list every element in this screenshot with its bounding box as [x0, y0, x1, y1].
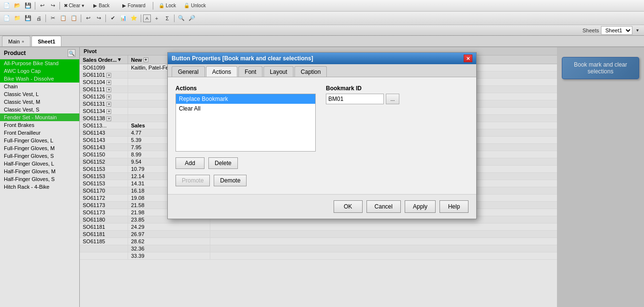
tb2-btn13[interactable]: A	[143, 14, 151, 22]
unlock-btn[interactable]: 🔓 Unlock	[180, 1, 209, 11]
sheets-bar: Sheets Sheet1 ▾	[0, 25, 644, 36]
dialog-main-row: Actions Replace Bookmark Clear All B	[176, 85, 468, 152]
dialog-title: Button Properties [Book mark and clear s…	[172, 55, 313, 62]
tab-main[interactable]: Main ●	[2, 36, 30, 46]
tb2-btn2[interactable]: 📁	[13, 14, 22, 23]
main-tab-bar: Main ● Sheet1	[0, 36, 644, 47]
dialog-tab-layout[interactable]: Layout	[263, 66, 293, 77]
bookmark-section: Bookmark ID ...	[326, 85, 468, 152]
tb2-btn9[interactable]: ↪	[94, 14, 103, 23]
dialog-tab-font[interactable]: Font	[238, 66, 263, 77]
tb2-btn10[interactable]: ✔	[108, 14, 117, 23]
tb2-btn16[interactable]: 🔍	[176, 14, 186, 23]
bookmark-input-row: ...	[326, 94, 468, 104]
promote-demote-row: Promote Demote	[176, 175, 468, 186]
promote-button[interactable]: Promote	[176, 175, 210, 186]
actions-item-1[interactable]: Clear All	[176, 104, 315, 113]
tb2-btn15[interactable]: Σ	[162, 14, 172, 23]
tab-main-dot: ●	[22, 39, 24, 44]
apply-button[interactable]: Apply	[405, 200, 436, 213]
main-area: Product 🔍 All-Purpose Bike Stand AWC Log…	[0, 47, 644, 307]
delete-button[interactable]: Delete	[208, 157, 238, 169]
sheets-nav-btn[interactable]: ▾	[632, 26, 642, 35]
tb2-btn7[interactable]: 📋	[69, 14, 79, 23]
undo-btn[interactable]: ↩	[37, 1, 47, 11]
bookmark-id-label: Bookmark ID	[326, 85, 468, 92]
dialog-title-bar: Button Properties [Book mark and clear s…	[168, 53, 476, 64]
sep7	[141, 14, 141, 22]
action-buttons-row: Add Delete	[176, 157, 468, 169]
new-btn[interactable]: 📄	[2, 1, 12, 11]
tb2-btn3[interactable]: 💾	[23, 14, 33, 23]
tb2-btn11[interactable]: 📊	[118, 14, 128, 23]
tb2-btn5[interactable]: ✂	[48, 14, 58, 23]
dialog-window: Button Properties [Book mark and clear s…	[167, 52, 477, 219]
cancel-button[interactable]: Cancel	[366, 200, 401, 213]
tb2-btn8[interactable]: ↩	[83, 14, 93, 23]
tb2-btn12[interactable]: ⭐	[129, 14, 139, 23]
tab-sheet1[interactable]: Sheet1	[31, 36, 61, 46]
sep2	[59, 2, 60, 10]
tb2-btn4[interactable]: 🖨	[34, 14, 44, 23]
toolbar-row-1: 📄 📂 💾 ↩ ↪ ✖ Clear ▾ ▶ Back ▶ Forward 🔒 L…	[0, 0, 644, 12]
sheets-label: Sheets	[583, 28, 599, 33]
ok-button[interactable]: OK	[334, 200, 363, 213]
back-btn[interactable]: ▶ Back	[87, 1, 116, 11]
tb2-btn1[interactable]: 📄	[2, 14, 12, 23]
dialog-tab-caption[interactable]: Caption	[294, 66, 327, 77]
sep1	[35, 2, 35, 10]
tb2-btn17[interactable]: 🔎	[187, 14, 197, 23]
help-button[interactable]: Help	[439, 200, 468, 213]
demote-button[interactable]: Demote	[214, 175, 247, 186]
sep5	[81, 14, 81, 22]
open-btn[interactable]: 📂	[13, 1, 22, 11]
dialog-tab-bar: General Actions Font Layout Caption	[168, 64, 476, 77]
sep6	[105, 14, 106, 22]
dialog-tab-actions[interactable]: Actions	[206, 66, 237, 77]
actions-label: Actions	[176, 85, 318, 92]
actions-section: Actions Replace Bookmark Clear All	[176, 85, 318, 152]
tb2-btn14[interactable]: +	[152, 14, 161, 23]
dialog-footer: OK Cancel Apply Help	[168, 194, 476, 219]
lock-btn[interactable]: 🔒 Lock	[155, 1, 179, 11]
tb2-btn6[interactable]: 📋	[59, 14, 68, 23]
dialog-tab-general[interactable]: General	[172, 66, 205, 77]
dialog-content: Actions Replace Bookmark Clear All B	[168, 77, 476, 194]
bookmark-id-input[interactable]	[326, 94, 384, 104]
actions-list[interactable]: Replace Bookmark Clear All	[176, 94, 316, 152]
actions-item-0[interactable]: Replace Bookmark	[176, 94, 315, 104]
save-btn[interactable]: 💾	[23, 1, 33, 11]
sep4	[45, 14, 46, 22]
bookmark-browse-button[interactable]: ...	[386, 94, 399, 104]
sep3	[153, 2, 153, 10]
clear-btn[interactable]: ✖ Clear ▾	[62, 1, 86, 11]
redo-btn[interactable]: ↪	[48, 1, 58, 11]
add-button[interactable]: Add	[176, 157, 205, 169]
sheets-dropdown[interactable]: Sheet1	[601, 26, 632, 35]
sep8	[174, 14, 175, 22]
forward-btn[interactable]: ▶ Forward	[117, 1, 151, 11]
dialog-close-button[interactable]: ✕	[464, 55, 472, 62]
dialog-overlay: Button Properties [Book mark and clear s…	[0, 47, 644, 307]
toolbar-row-2: 📄 📁 💾 🖨 ✂ 📋 📋 ↩ ↪ ✔ 📊 ⭐ A + Σ 🔍 🔎	[0, 12, 644, 25]
